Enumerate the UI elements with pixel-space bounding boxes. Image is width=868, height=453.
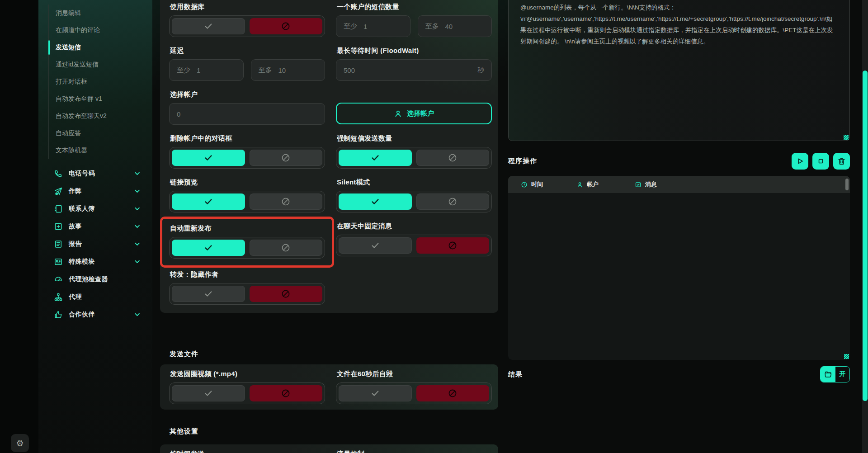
field-label: 延迟 [170,47,325,55]
toggle-yes-button[interactable] [172,193,245,210]
person-icon [394,109,402,118]
page-scrollbar-thumb[interactable] [863,71,868,401]
contacts-book-icon [54,204,63,213]
sidebar-item-stories[interactable]: 故事 [38,217,152,235]
sidebar-item-channel-comments[interactable]: 在频道中的评论 [49,22,148,39]
start-button[interactable] [792,153,808,170]
chevron-down-icon [134,311,141,318]
highlight-box: 自动重新发布 [160,217,334,268]
field-group-use-database: 使用数据库 [169,3,325,37]
field-group-link-preview: 链接预览 [169,178,325,212]
sidebar-item-autopost-chat-v2[interactable]: 自动发布至聊天v2 [49,108,148,125]
sidebar-item-phone-numbers[interactable]: 电话号码 [38,165,152,182]
sidebar-item-autopost-group-v1[interactable]: 自动发布至群 v1 [49,90,148,108]
sidebar-item-special-modules[interactable]: 特殊模块 [38,253,152,270]
toggle-no-button[interactable] [250,150,323,166]
toggle-no-button[interactable] [416,150,490,166]
sidebar-item-message-edit[interactable]: 消息编辑 [49,5,148,22]
toggle-link-preview [169,191,325,212]
field-group-video-note: 发送圆圈视频 (*.mp4) [169,370,325,404]
sidebar-item-partners[interactable]: 合作伙伴 [38,306,152,323]
sidebar-item-label: 特殊模块 [69,258,95,266]
toggle-yes-button[interactable] [172,286,245,302]
settings-button[interactable]: ⚙ [11,434,29,452]
open-results-button[interactable]: 开 [820,366,850,382]
sidebar-item-text-randomizer[interactable]: 文本随机器 [49,142,148,159]
stop-icon [816,157,825,165]
right-panel: @username的列表，每个从一个新行。\N\N支持的格式： \n'@user… [508,0,850,453]
sidebar-item-send-sms-by-id[interactable]: 通过id发送短信 [49,56,148,73]
toggle-no-button[interactable] [250,18,323,34]
gear-icon: ⚙ [16,438,24,448]
toggle-no-button[interactable] [416,385,490,401]
select-account-button[interactable]: 选择帐户 [336,103,492,124]
clear-button[interactable] [833,153,850,170]
toggle-yes-button[interactable] [172,18,245,34]
toggle-no-button[interactable] [250,286,323,302]
chevron-down-icon [134,205,141,212]
toggle-yes-button[interactable] [172,385,245,401]
field-group-auto-repost: 自动重新发布 [169,222,325,261]
column-message: 消息 [635,180,657,189]
toggle-no-button[interactable] [250,240,323,256]
toggle-delete-dialogs [169,147,325,169]
results-title: 结果 [508,370,523,379]
sidebar-item-reports[interactable]: 报告 [38,235,152,253]
toggle-no-button[interactable] [250,385,323,401]
chevron-down-icon [134,170,141,177]
main-settings-card: 使用数据库 一个账户的短信数量 至少1 至多40 延迟 至少1 至多10 [160,0,498,313]
sidebar-item-open-dialog[interactable]: 打开对话框 [49,73,148,90]
resize-handle-icon[interactable] [844,135,849,140]
account-count-input[interactable]: 0 [169,103,325,125]
sidebar-item-auto-reply[interactable]: 自动应答 [49,125,148,142]
trash-icon [837,157,846,165]
sidebar-item-send-sms[interactable]: 发送短信 [49,39,148,56]
sidebar-submenu: 消息编辑 在频道中的评论 发送短信 通过id发送短信 打开对话框 自动发布至群 … [48,5,148,159]
gauge-icon [54,275,63,284]
resize-handle-icon[interactable] [844,354,849,359]
toggle-yes-button[interactable] [339,385,412,401]
toggle-yes-button[interactable] [339,193,412,210]
field-group-silent-mode: Silent模式 [336,178,492,212]
floodwait-input[interactable]: 500秒 [336,59,492,81]
table-scrollbar-thumb[interactable] [845,179,849,190]
operations-table-header: 时间 帐户 消息 [508,176,850,193]
sidebar-item-contacts-book[interactable]: 联系人簿 [38,200,152,217]
field-label: 转发：隐藏作者 [170,270,325,279]
toggle-yes-button[interactable] [339,237,412,254]
field-label: 发送圆圈视频 (*.mp4) [170,370,325,378]
field-group-select-account: 选择帐户 0 [169,90,325,125]
sidebar-item-label: 联系人簿 [69,205,95,213]
sidebar-item-proxy[interactable]: 代理 [38,288,152,306]
toggle-no-button[interactable] [416,237,490,254]
field-label: 自动重新发布 [170,224,325,233]
toggle-no-button[interactable] [250,193,323,210]
toggle-yes-button[interactable] [172,150,245,166]
field-label: 按时间发送 [170,450,325,453]
thumbs-up-icon [54,310,63,319]
toggle-no-button[interactable] [416,193,490,210]
sidebar-main-menu: 电话号码 作弊 联系人簿 故事 报告 特殊模块 [38,165,152,323]
usernames-textarea[interactable]: @username的列表，每个从一个新行。\N\N支持的格式： \n'@user… [508,0,850,141]
toggle-video-note [169,382,325,404]
sidebar-item-proxy-pool-checker[interactable]: 代理池检查器 [38,270,152,288]
operations-title: 程序操作 [508,157,537,165]
page-scrollbar[interactable] [862,0,868,453]
toggle-yes-button[interactable] [172,240,245,256]
sms-min-input[interactable]: 至少1 [336,15,410,37]
delay-min-input[interactable]: 至少1 [169,59,244,81]
field-group-forward-hide-author: 转发：隐藏作者 [169,270,325,305]
field-group-self-destruct: 文件在60秒后自毁 [336,370,492,404]
toggle-forward-hide-author [169,283,325,305]
sidebar-item-label: 报告 [69,240,82,248]
operations-header: 程序操作 [508,152,850,170]
sms-max-input[interactable]: 至多40 [418,15,492,37]
report-icon [54,240,63,249]
paper-plane-plus-icon [54,187,63,196]
toggle-auto-repost [169,237,325,259]
delay-max-input[interactable]: 至多10 [251,59,326,81]
plus-square-icon [54,222,63,231]
toggle-yes-button[interactable] [339,150,412,166]
sidebar-item-cheating[interactable]: 作弊 [38,182,152,200]
stop-button[interactable] [812,153,829,170]
